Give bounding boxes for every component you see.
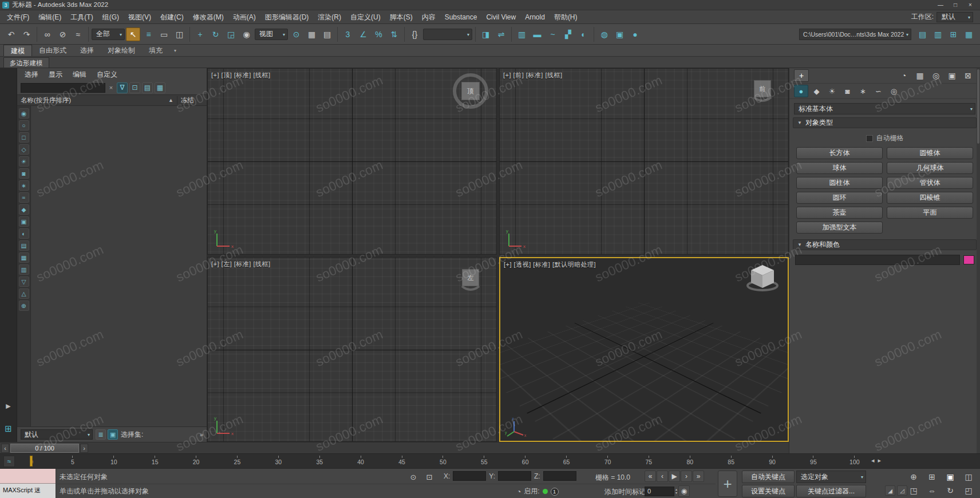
- project-path-field[interactable]: C:\Users\001\Doc…nts\3ds Max 2022: [799, 29, 911, 40]
- viewport-front[interactable]: [+] [前] [标准] [线框] 前 y x: [499, 68, 789, 255]
- edit-named-selection-sets-icon[interactable]: {}: [408, 27, 422, 41]
- ribbon-tab[interactable]: 选择: [73, 45, 101, 56]
- schematic-view-icon[interactable]: ▞: [561, 27, 575, 41]
- frame-spinner[interactable]: ▴▾: [675, 488, 677, 495]
- display-containers-icon[interactable]: ▣: [19, 216, 29, 227]
- toggle-scene-explorer-icon[interactable]: ▥: [515, 27, 529, 41]
- menu-item[interactable]: 文件(F): [2, 11, 34, 23]
- object-name-field[interactable]: [795, 255, 960, 265]
- menu-item[interactable]: Civil View: [481, 11, 520, 23]
- explorer-preset-dropdown[interactable]: 默认: [21, 429, 93, 440]
- trackbar-left-arrow-icon[interactable]: ◂: [871, 457, 875, 464]
- z-coordinate-field[interactable]: [543, 471, 576, 481]
- display-materials-icon[interactable]: ◐: [19, 228, 29, 239]
- viewport-left[interactable]: [+] [左] [标准] [线框] 左 y x: [207, 257, 497, 442]
- current-frame-field[interactable]: 0: [645, 487, 674, 496]
- isolate-selection-toggle-icon[interactable]: ⊙: [408, 471, 419, 483]
- separator[interactable]: [511, 27, 512, 42]
- separator[interactable]: [475, 27, 476, 42]
- expand-all-icon[interactable]: ▽: [19, 276, 29, 287]
- menu-item[interactable]: Substance: [440, 11, 482, 23]
- selection-filter-dropdown[interactable]: 全部: [92, 29, 125, 40]
- menu-item[interactable]: 自定义(U): [346, 11, 385, 23]
- separator[interactable]: [189, 27, 190, 42]
- menu-item[interactable]: 视图(V): [124, 11, 156, 23]
- maximize-button[interactable]: □: [948, 0, 963, 10]
- explorer-menu-item[interactable]: 编辑: [68, 70, 92, 80]
- play-button[interactable]: ▶: [669, 471, 680, 482]
- name-column-label[interactable]: 名称(按升序排序): [21, 96, 71, 105]
- select-object-icon[interactable]: ↖: [126, 27, 140, 41]
- select-and-move-icon[interactable]: +: [193, 27, 207, 41]
- space-warps-category-icon[interactable]: ∽: [871, 85, 886, 97]
- menu-item[interactable]: Arnold: [520, 11, 550, 23]
- menu-item[interactable]: 脚本(S): [385, 11, 417, 23]
- display-all-icon[interactable]: ◉: [19, 108, 29, 118]
- time-slider-handle[interactable]: 0 / 100: [10, 444, 79, 453]
- rollout-name-and-color[interactable]: ▼ 名称和颜色: [793, 239, 977, 250]
- key-filters-button[interactable]: 关键点过滤器...: [796, 485, 866, 497]
- rendered-frame-window-icon[interactable]: ▣: [612, 27, 627, 41]
- menu-item[interactable]: 创建(C): [156, 11, 188, 23]
- go-to-start-button[interactable]: «: [645, 471, 656, 482]
- utilities-tab-icon[interactable]: ⊠: [961, 69, 975, 82]
- zoom-icon[interactable]: ⊕: [904, 470, 923, 484]
- folder-panel-icon[interactable]: ▥: [931, 27, 945, 41]
- time-step-forward-button[interactable]: ›: [80, 444, 88, 453]
- zoom-region-icon[interactable]: ◳: [904, 484, 923, 497]
- zoom-all-icon[interactable]: ⊞: [923, 470, 941, 484]
- snaps-toggle-icon[interactable]: 3: [341, 27, 355, 41]
- workspace-selector[interactable]: 默认: [936, 12, 973, 22]
- separator[interactable]: [404, 27, 405, 42]
- viewport-layout-tabs-icon[interactable]: ⊞: [5, 424, 12, 434]
- orbit-icon[interactable]: ↻: [941, 484, 959, 497]
- search-clear-icon[interactable]: ×: [108, 84, 114, 91]
- ribbon-tab[interactable]: 建模: [3, 45, 32, 56]
- shapes-category-icon[interactable]: ◆: [809, 85, 824, 97]
- panel-scrollbar[interactable]: [977, 68, 980, 453]
- primitive-button[interactable]: 茶壶: [796, 207, 883, 219]
- x-coordinate-field[interactable]: [453, 471, 486, 481]
- primitive-button[interactable]: 球体: [796, 162, 883, 174]
- panel-toggle-icon[interactable]: ▦: [962, 27, 976, 41]
- view-cube[interactable]: 前: [749, 76, 776, 102]
- select-and-place-icon[interactable]: ◉: [239, 27, 254, 41]
- explorer-options-icon[interactable]: ▣: [108, 429, 118, 440]
- cameras-category-icon[interactable]: ◙: [840, 85, 855, 97]
- primitive-type-dropdown[interactable]: 标准基本体: [794, 103, 975, 114]
- display-shapes-icon[interactable]: ◇: [19, 144, 29, 155]
- modify-tab-icon[interactable]: ◔: [896, 69, 911, 82]
- layer-mode-icon[interactable]: ▥: [19, 264, 29, 275]
- select-by-name-icon[interactable]: ≡: [141, 27, 156, 41]
- object-color-swatch[interactable]: [963, 255, 974, 264]
- collapse-all-icon[interactable]: △: [19, 288, 29, 299]
- ribbon-chevron-icon[interactable]: ▾: [174, 48, 176, 53]
- named-selection-sets-dropdown[interactable]: [423, 29, 472, 40]
- menu-item[interactable]: 图形编辑器(D): [260, 11, 314, 23]
- selection-lock-toggle-icon[interactable]: ⊡: [424, 471, 435, 483]
- view-cube[interactable]: 顶: [453, 73, 488, 109]
- menu-item[interactable]: 组(G): [98, 11, 124, 23]
- view-cube[interactable]: 左: [457, 264, 484, 291]
- set-key-button[interactable]: 设置关键点: [742, 485, 795, 497]
- explorer-object-list[interactable]: ◉○□◇☀◙∗≈◆▣◐▤▦▥▽△⊕: [17, 106, 207, 426]
- viewport-label[interactable]: [+] [顶] [标准] [线框]: [211, 71, 271, 80]
- display-lights-icon[interactable]: ☀: [19, 156, 29, 167]
- menu-item[interactable]: 编辑(E): [34, 11, 66, 23]
- rectangular-selection-region-icon[interactable]: ▭: [157, 27, 171, 41]
- key-tangent-in-icon[interactable]: ◢: [885, 485, 895, 496]
- new-selection-set-icon[interactable]: ▤: [142, 82, 153, 93]
- primitive-button[interactable]: 管状体: [887, 177, 973, 189]
- display-geometry-icon[interactable]: □: [19, 132, 29, 143]
- selected-filter-dropdown[interactable]: 选定对象: [796, 471, 866, 483]
- spinner-snap-icon[interactable]: ⇅: [387, 27, 401, 41]
- ribbon-tab[interactable]: 自由形式: [32, 45, 73, 56]
- display-bones-icon[interactable]: ◆: [19, 204, 29, 215]
- separator[interactable]: [37, 27, 37, 42]
- display-helpers-icon[interactable]: ∗: [19, 180, 29, 191]
- explorer-menu-item[interactable]: 自定义: [92, 70, 122, 80]
- align-icon[interactable]: ⇌: [494, 27, 508, 41]
- panel-collapse-icon[interactable]: »: [200, 431, 203, 438]
- select-and-scale-icon[interactable]: ◲: [224, 27, 238, 41]
- autogrid-checkbox[interactable]: [866, 135, 873, 142]
